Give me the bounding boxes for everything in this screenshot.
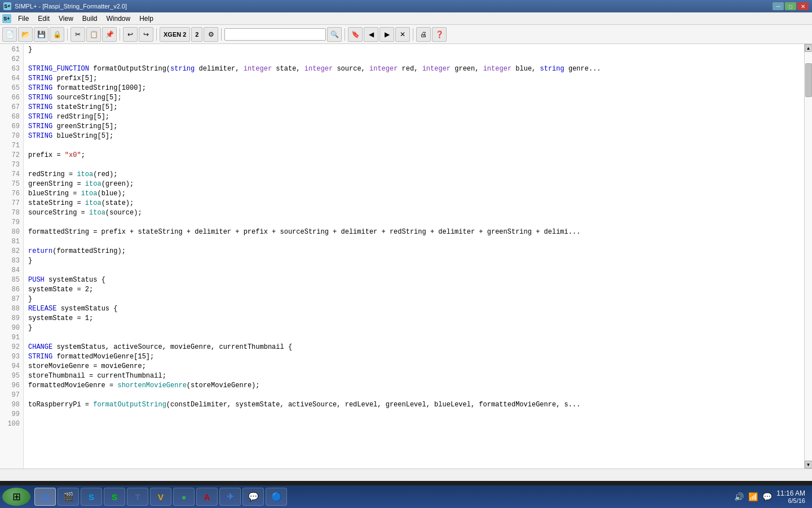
line-number-75: 75 (0, 179, 23, 189)
taskbar-app-airmail[interactable]: ✈ (219, 488, 241, 506)
start-button[interactable]: ⊞ (2, 488, 30, 506)
save-button[interactable]: 💾 (34, 27, 48, 42)
code-line-79 (28, 218, 804, 227)
toolbar-sep2 (120, 28, 120, 41)
line-number-91: 91 (0, 333, 23, 343)
app-icon-text: S+ (4, 3, 10, 9)
taskbar-app-chrome[interactable]: ● (173, 488, 195, 506)
line-number-97: 97 (0, 391, 23, 400)
line-number-81: 81 (0, 237, 23, 247)
code-line-81 (28, 237, 804, 247)
code-line-67: STRING stateString[5]; (28, 103, 804, 112)
bookmark-button[interactable]: 🔖 (348, 27, 363, 42)
line-number-76: 76 (0, 189, 23, 199)
line-number-67: 67 (0, 103, 23, 112)
copy-button[interactable]: 📋 (86, 27, 101, 42)
menu-item-edit[interactable]: Edit (33, 14, 54, 24)
code-line-86: systemState = 2; (28, 285, 804, 295)
taskbar-app-chat[interactable]: 💬 (242, 488, 264, 506)
print-button[interactable]: 🖨 (416, 27, 431, 42)
code-line-100 (28, 419, 804, 429)
line-number-96: 96 (0, 381, 23, 391)
line-number-87: 87 (0, 295, 23, 304)
code-line-75: greenString = itoa(green); (28, 179, 804, 189)
open-button[interactable]: 📂 (18, 27, 33, 42)
scrollbar-vertical[interactable]: ▲ ▼ (804, 44, 812, 468)
menu-item-window[interactable]: Window (102, 14, 135, 24)
scroll-track[interactable] (805, 52, 813, 461)
code-line-65: STRING formattedString[1000]; (28, 84, 804, 93)
lock-button[interactable]: 🔒 (50, 27, 64, 42)
titlebar-controls: ─ □ ✕ (773, 2, 809, 10)
menu-item-view[interactable]: View (54, 14, 78, 24)
taskbar-app-acrobat[interactable]: A (196, 488, 218, 506)
code-line-63: STRING_FUNCTION formatOutputString(strin… (28, 64, 804, 74)
scroll-up-arrow[interactable]: ▲ (805, 44, 813, 52)
code-line-90: } (28, 323, 804, 333)
clock[interactable]: 11:16 AM 6/5/16 (776, 489, 805, 504)
close-button[interactable]: ✕ (797, 2, 809, 10)
line-number-68: 68 (0, 112, 23, 122)
toolbar-sep4 (221, 28, 222, 41)
code-line-84 (28, 266, 804, 275)
scroll-thumb[interactable] (805, 63, 812, 97)
taskbar-app-media[interactable]: 🎬 (58, 488, 79, 506)
taskbar-app-teams[interactable]: T (127, 488, 148, 506)
menu-item-file[interactable]: File (14, 14, 33, 24)
code-line-93: STRING formattedMovieGenre[15]; (28, 352, 804, 362)
line-number-98: 98 (0, 400, 23, 410)
xgen2-button[interactable]: XGEN 2 (160, 27, 190, 42)
notification-icon[interactable]: 💬 (762, 492, 772, 501)
line-number-100: 100 (0, 419, 23, 429)
volume-icon[interactable]: 📶 (748, 492, 758, 501)
redo-button[interactable]: ↪ (139, 27, 153, 42)
xgen-button[interactable]: 2 (191, 27, 202, 42)
line-number-89: 89 (0, 314, 23, 323)
statusbar (0, 468, 812, 481)
search-go-button[interactable]: 🔍 (327, 27, 342, 42)
paste-button[interactable]: 📌 (102, 27, 117, 42)
line-number-61: 61 (0, 45, 23, 55)
maximize-button[interactable]: □ (785, 2, 796, 10)
scroll-down-arrow[interactable]: ▼ (805, 461, 813, 468)
help-button[interactable]: ❓ (432, 27, 447, 42)
undo-button[interactable]: ↩ (123, 27, 138, 42)
taskbar-app-skype2[interactable]: S (104, 488, 125, 506)
line-number-88: 88 (0, 304, 23, 314)
next-button[interactable]: ▶ (379, 27, 394, 42)
menu-item-build[interactable]: Build (78, 14, 102, 24)
code-line-74: redString = itoa(red); (28, 170, 804, 179)
taskbar-app-vt[interactable]: V (150, 488, 171, 506)
line-number-94: 94 (0, 362, 23, 371)
line-number-85: 85 (0, 275, 23, 285)
app-icon: S+ (3, 2, 11, 10)
taskbar: ⊞ 🗂🎬SSTV●A✈💬🔵 🔊 📶 💬 11:16 AM 6/5/16 (0, 485, 812, 508)
search-input[interactable] (224, 28, 326, 41)
new-button[interactable]: 📄 (2, 27, 17, 42)
cut-button[interactable]: ✂ (70, 27, 85, 42)
code-line-69: STRING greenString[5]; (28, 122, 804, 132)
toolbar: 📄 📂 💾 🔒 ✂ 📋 📌 ↩ ↪ XGEN 2 2 ⚙ 🔍 🔖 ◀ ▶ ✕ 🖨… (0, 25, 812, 44)
prev-button[interactable]: ◀ (364, 27, 378, 42)
line-number-63: 63 (0, 64, 23, 74)
line-number-80: 80 (0, 227, 23, 237)
code-line-62 (28, 55, 804, 64)
code-editor[interactable]: } STRING_FUNCTION formatOutputString(str… (24, 44, 804, 468)
menu-item-help[interactable]: Help (135, 14, 158, 24)
line-number-90: 90 (0, 323, 23, 333)
minimize-icon: ─ (776, 3, 780, 10)
code-line-98: toRaspberryPi = formatOutputString(const… (28, 400, 804, 410)
line-number-74: 74 (0, 170, 23, 179)
taskbar-app-teamviewer[interactable]: 🔵 (266, 488, 287, 506)
line-number-95: 95 (0, 371, 23, 381)
code-line-76: blueString = itoa(blue); (28, 189, 804, 199)
code-line-96: formattedMovieGenre = shortenMovieGenre(… (28, 381, 804, 391)
network-icon[interactable]: 🔊 (734, 492, 744, 501)
build-button[interactable]: ⚙ (204, 27, 218, 42)
code-container: 6162636465666768697071727374757677787980… (0, 44, 812, 468)
line-number-79: 79 (0, 218, 23, 227)
clear-button[interactable]: ✕ (395, 27, 410, 42)
taskbar-app-explorer[interactable]: 🗂 (34, 488, 56, 506)
taskbar-app-skype[interactable]: S (81, 488, 102, 506)
minimize-button[interactable]: ─ (773, 2, 784, 10)
